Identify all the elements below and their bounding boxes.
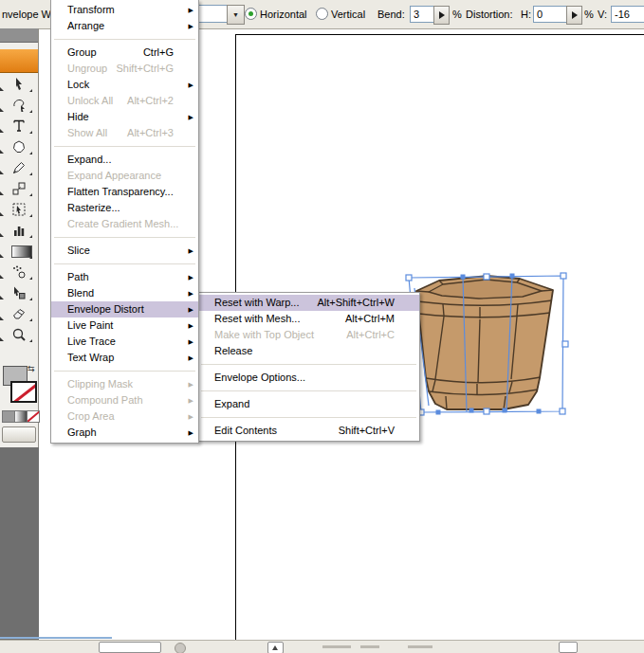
envelope-submenu-item-make-with-top-object[interactable]: Make with Top ObjectAlt+Ctrl+C	[198, 327, 419, 343]
gradient-tool[interactable]	[0, 241, 38, 262]
menu-item-label: Compound Path	[67, 392, 143, 408]
zoom-tool[interactable]	[0, 324, 38, 345]
envelope-submenu-item-release[interactable]: Release	[198, 343, 419, 359]
dropdown-arrow-icon[interactable]: ▼	[227, 5, 245, 25]
menu-item-label: Rasterize...	[67, 200, 120, 216]
object-menu-item-group[interactable]: GroupCtrl+G	[51, 45, 198, 61]
menu-item-shortcut: Alt+Ctrl+3	[107, 125, 174, 141]
scale-tool[interactable]	[0, 178, 38, 199]
zoom-level-box[interactable]	[99, 642, 161, 653]
menu-item-shortcut	[252, 343, 395, 359]
menu-item-shortcut	[111, 152, 174, 168]
envelope-selection[interactable]	[403, 268, 574, 420]
menu-item-label: Crop Area	[67, 408, 115, 425]
submenu-arrow-icon: ▶	[189, 334, 193, 350]
object-menu-item-unlock-all[interactable]: Unlock AllAlt+Ctrl+2	[51, 93, 198, 109]
stroke-swatch[interactable]	[10, 381, 37, 403]
menu-item-shortcut: Ctrl+G	[97, 45, 174, 61]
graph-tool[interactable]	[0, 220, 38, 241]
object-menu-item-slice[interactable]: Slice▶	[51, 243, 198, 259]
color-button[interactable]	[2, 410, 15, 423]
window-edge	[0, 637, 112, 639]
type-tool[interactable]	[0, 116, 38, 136]
object-menu-item-live-trace[interactable]: Live Trace▶	[51, 334, 198, 350]
envelope-submenu-item-edit-contents[interactable]: Edit ContentsShift+Ctrl+V	[198, 423, 419, 439]
gradient-button[interactable]	[14, 410, 28, 423]
lasso-tool[interactable]	[0, 95, 38, 116]
object-menu-item-arrange[interactable]: Arrange▶	[51, 18, 198, 34]
object-menu-item-envelope-distort[interactable]: Envelope Distort▶	[51, 301, 198, 317]
menu-item-label: Envelope Distort	[67, 301, 144, 317]
envelope-submenu-item-expand[interactable]: Expand	[198, 396, 419, 412]
shape-tool-icon	[11, 139, 27, 154]
radio-unselected-icon	[316, 8, 328, 20]
type-tool-icon	[11, 118, 27, 134]
object-menu-item-live-paint[interactable]: Live Paint▶	[51, 317, 198, 334]
object-menu-item-lock[interactable]: Lock▶	[51, 77, 198, 93]
object-menu-item-clipping-mask[interactable]: Clipping Mask▶	[51, 376, 198, 392]
shape-tool[interactable]	[0, 136, 38, 157]
object-menu-item-expand[interactable]: Expand...	[51, 152, 198, 168]
envelope-submenu-item-envelope-options[interactable]: Envelope Options...	[198, 370, 419, 386]
vertical-radio[interactable]: Vertical	[316, 8, 365, 20]
bend-field[interactable]: 3	[410, 6, 436, 23]
screen-mode-button[interactable]	[2, 426, 36, 443]
workspace-dark-panel	[0, 447, 39, 653]
clipped-tool-corner	[0, 150, 4, 154]
lasso-tool-icon	[11, 98, 27, 113]
pencil-tool[interactable]	[0, 157, 38, 178]
object-menu-item-path[interactable]: Path▶	[51, 269, 198, 285]
object-menu-item-text-wrap[interactable]: Text Wrap▶	[51, 350, 198, 366]
object-menu-item-graph[interactable]: Graph▶	[51, 425, 198, 441]
bend-spinner[interactable]	[433, 6, 450, 25]
submenu-arrow-icon: ▶	[189, 2, 193, 18]
object-menu-item-blend[interactable]: Blend▶	[51, 285, 198, 301]
toolbox-palette: ⇆	[0, 28, 39, 447]
object-menu-item-show-all[interactable]: Show AllAlt+Ctrl+3	[51, 125, 198, 141]
warp-style-dropdown[interactable]: ▼	[196, 5, 245, 23]
select-behind-tool[interactable]	[0, 199, 38, 220]
eraser-tool[interactable]	[0, 303, 38, 324]
object-menu-item-crop-area[interactable]: Crop Area▶	[51, 408, 198, 425]
menu-item-shortcut	[97, 425, 174, 441]
envelope-submenu-item-reset-with-warp[interactable]: Reset with Warp...Alt+Shift+Ctrl+W	[198, 295, 419, 311]
warp-style-value	[196, 5, 227, 23]
horizontal-radio[interactable]: Horizontal	[245, 8, 307, 20]
none-button[interactable]	[27, 410, 40, 423]
scrollbar-thumb[interactable]	[559, 642, 578, 653]
menu-item-shortcut	[89, 77, 174, 93]
gradient-tool-icon	[11, 244, 27, 259]
status-bar	[0, 640, 644, 653]
menu-item-shortcut	[115, 408, 174, 425]
menu-item-label: Hide	[67, 109, 89, 125]
object-menu-item-expand-appearance[interactable]: Expand Appearance	[51, 168, 198, 184]
pencil-tool-icon	[11, 160, 27, 175]
object-menu-item-transform[interactable]: Transform▶	[51, 2, 198, 18]
selection-tool[interactable]	[0, 74, 38, 95]
artwork-pot[interactable]	[416, 276, 553, 409]
live-paint-selection-tool[interactable]	[0, 282, 38, 303]
flyout-corner-icon	[29, 110, 32, 113]
menu-item-shortcut	[144, 301, 174, 317]
object-menu-item-ungroup[interactable]: UngroupShift+Ctrl+G	[51, 61, 198, 77]
object-menu-item-rasterize[interactable]: Rasterize...	[51, 200, 198, 216]
symbol-sprayer-tool-icon	[11, 264, 27, 280]
envelope-submenu-item-reset-with-mesh[interactable]: Reset with Mesh...Alt+Ctrl+M	[198, 311, 419, 327]
flyout-corner-icon	[29, 214, 32, 217]
menu-separator	[51, 259, 198, 269]
object-menu-item-create-gradient-mesh[interactable]: Create Gradient Mesh...	[51, 216, 198, 232]
distortion-h-field[interactable]: 0	[533, 6, 569, 23]
status-popup-button[interactable]	[267, 642, 284, 653]
symbol-sprayer-tool[interactable]	[0, 262, 38, 282]
clipped-tool-corner	[0, 191, 4, 195]
menu-item-label: Lock	[67, 77, 89, 93]
distortion-h-spinner[interactable]	[566, 6, 582, 25]
bend-label: Bend:	[377, 9, 405, 20]
object-menu-item-hide[interactable]: Hide▶	[51, 109, 198, 125]
distortion-v-field[interactable]: -16	[611, 6, 644, 23]
flyout-corner-icon	[29, 339, 32, 342]
clipped-tool-corner	[0, 317, 4, 320]
object-menu-item-compound-path[interactable]: Compound Path▶	[51, 392, 198, 408]
object-menu-item-flatten-transparency[interactable]: Flatten Transparency...	[51, 184, 198, 200]
swap-fill-stroke-icon[interactable]: ⇆	[28, 364, 35, 373]
